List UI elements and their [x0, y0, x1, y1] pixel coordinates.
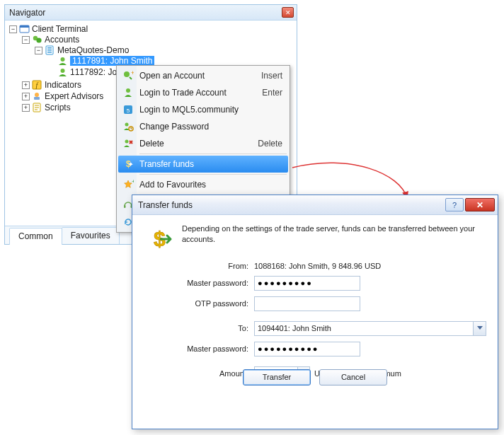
- open-account-icon: +: [122, 69, 134, 82]
- menu-label: Delete: [139, 139, 258, 149]
- expand-toggle[interactable]: −: [9, 25, 17, 33]
- expand-toggle[interactable]: −: [35, 47, 42, 54]
- accounts-icon: [32, 35, 42, 45]
- navigator-title: Navigator: [9, 8, 282, 18]
- dialog-titlebar[interactable]: Transfer funds ? ✕: [132, 195, 498, 215]
- mql5-icon: 5: [122, 103, 134, 116]
- to-label: To:: [144, 324, 254, 332]
- tab-common[interactable]: Common: [9, 228, 62, 245]
- menu-login-trade[interactable]: Login to Trade Account Enter: [118, 84, 288, 101]
- from-label: From:: [144, 262, 254, 270]
- otp-password-input[interactable]: [254, 296, 360, 311]
- menu-label: Login to MQL5.community: [139, 105, 282, 115]
- expand-toggle[interactable]: +: [22, 93, 30, 100]
- scripts-icon: [32, 103, 42, 112]
- terminal-icon: [19, 24, 30, 34]
- menu-shortcut: Enter: [262, 88, 282, 98]
- account-icon: [57, 56, 68, 66]
- svg-text:+: +: [132, 179, 134, 185]
- expand-toggle[interactable]: +: [22, 81, 30, 89]
- to-account-value: 1094401: John Smith: [258, 324, 331, 332]
- menu-separator: [139, 174, 287, 175]
- tree-label: Expert Advisors: [45, 91, 103, 101]
- menu-shortcut: Delete: [258, 139, 282, 149]
- svg-point-8: [61, 57, 65, 62]
- svg-point-9: [61, 69, 65, 73]
- svg-point-15: [124, 71, 130, 77]
- svg-point-20: [125, 123, 129, 127]
- menu-label: Transfer funds: [139, 159, 282, 169]
- menu-label: Add to Favourites: [139, 180, 282, 190]
- from-value: 1088168: John Smith, 9 848.96 USD: [254, 262, 486, 270]
- dialog-close-button[interactable]: ✕: [465, 198, 495, 211]
- menu-transfer-funds[interactable]: $ Transfer funds: [118, 156, 288, 173]
- svg-text:+: +: [131, 70, 134, 76]
- svg-rect-13: [34, 97, 40, 100]
- login-icon: [122, 86, 134, 99]
- menu-delete[interactable]: Delete Delete: [118, 135, 288, 152]
- menu-open-account[interactable]: + Open an Account Insert: [118, 67, 288, 84]
- tree-label: Client Terminal: [32, 24, 88, 34]
- tree-label-selected: 1117891: John Smith: [70, 56, 154, 66]
- experts-icon: [32, 91, 42, 101]
- chevron-down-icon[interactable]: [473, 322, 486, 335]
- tree-label: MetaQuotes-Demo: [57, 45, 129, 55]
- navigator-titlebar[interactable]: Navigator ✕: [5, 5, 297, 21]
- expand-toggle[interactable]: −: [22, 36, 30, 44]
- dialog-title: Transfer funds: [138, 200, 445, 210]
- svg-rect-5: [47, 47, 52, 49]
- change-password-icon: [122, 120, 134, 133]
- svg-point-22: [125, 140, 129, 144]
- server-icon: [45, 45, 55, 55]
- svg-point-17: [126, 88, 130, 93]
- cancel-button[interactable]: Cancel: [319, 369, 387, 385]
- transfer-large-icon: $: [145, 225, 173, 253]
- favourite-icon: +: [122, 178, 134, 191]
- menu-shortcut: Insert: [261, 71, 282, 81]
- menu-login-mql5[interactable]: 5 Login to MQL5.community: [118, 101, 288, 118]
- svg-rect-1: [20, 25, 29, 28]
- dialog-help-button[interactable]: ?: [445, 198, 464, 211]
- transfer-button[interactable]: Transfer: [243, 369, 311, 385]
- dialog-description: Depending on the settings of the trade s…: [182, 224, 486, 245]
- tree-label: Indicators: [45, 80, 81, 90]
- svg-rect-6: [47, 50, 52, 51]
- master-password-label: Master password:: [144, 279, 254, 287]
- menu-label: Login to Trade Account: [139, 88, 262, 98]
- menu-add-favourites[interactable]: + Add to Favourites: [118, 176, 288, 193]
- tab-favourites[interactable]: Favourites: [62, 227, 120, 244]
- svg-point-12: [35, 93, 39, 97]
- svg-text:5: 5: [127, 108, 130, 114]
- transfer-icon: $: [122, 158, 134, 170]
- transfer-funds-dialog: Transfer funds ? ✕ $ Depending on the se…: [132, 195, 498, 429]
- tree-label: Accounts: [45, 35, 79, 45]
- expand-toggle[interactable]: +: [22, 104, 30, 112]
- menu-label: Open an Account: [139, 71, 261, 81]
- indicators-icon: f: [32, 80, 42, 90]
- menu-separator: [139, 153, 287, 154]
- tree-label: Scripts: [45, 103, 71, 112]
- svg-point-3: [36, 37, 41, 42]
- otp-password-label: OTP password:: [144, 299, 254, 308]
- master-password-label-2: Master password:: [144, 344, 254, 353]
- menu-label: Change Password: [139, 122, 282, 132]
- delete-icon: [122, 137, 134, 150]
- from-master-password-input[interactable]: [254, 276, 360, 291]
- svg-rect-7: [47, 52, 52, 53]
- to-account-select[interactable]: 1094401: John Smith: [254, 321, 486, 336]
- account-icon: [57, 67, 68, 77]
- menu-change-password[interactable]: Change Password: [118, 118, 288, 135]
- svg-rect-25: [124, 205, 126, 208]
- to-master-password-input[interactable]: [254, 342, 360, 356]
- navigator-close-button[interactable]: ✕: [282, 7, 294, 18]
